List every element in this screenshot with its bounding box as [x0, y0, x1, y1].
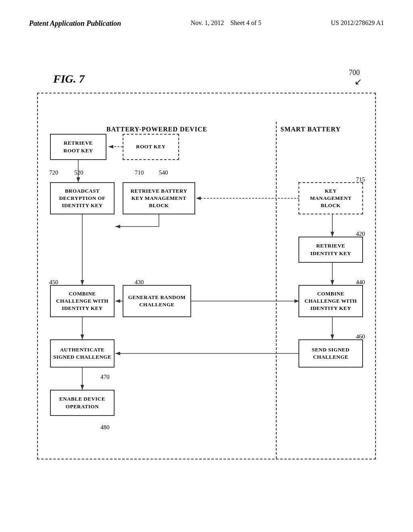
section-smart-battery: SMART BATTERY	[258, 126, 363, 133]
header-center: Nov. 1, 2012 Sheet 4 of 5	[191, 19, 261, 27]
vertical-divider	[276, 122, 277, 459]
ref-450: 450	[49, 279, 58, 286]
combine-challenge-right-box: COMBINE CHALLENGE WITH IDENTITY KEY	[298, 285, 363, 317]
fig-label: FIG. 7	[53, 73, 85, 85]
broadcast-decryption-box: BROADCAST DECRYPTION OF IDENTITY KEY	[50, 182, 115, 214]
root-key-box: ROOT KEY	[123, 134, 179, 160]
ref-420: 420	[356, 231, 365, 237]
date-label: Nov. 1, 2012	[191, 19, 224, 26]
ref-460: 460	[356, 333, 365, 340]
retrieve-battery-key-box: RETRIEVE BATTERY KEY MANAGEMENT BLOCK	[123, 182, 195, 214]
patent-number: US 2012/278629 A1	[331, 19, 384, 27]
ref-710: 710	[135, 169, 144, 176]
key-management-block-box: KEY MANAGEMENT BLOCK	[298, 182, 363, 214]
publication-label: Patent Application Publication	[29, 19, 121, 28]
ref-700-arrow: ↙	[355, 77, 362, 87]
enable-device-box: ENABLE DEVICE OPERATION	[50, 390, 115, 416]
sheet-label: Sheet 4 of 5	[230, 19, 261, 26]
ref-700: 700	[349, 69, 360, 77]
ref-715: 715	[356, 176, 365, 183]
ref-430: 430	[135, 279, 144, 286]
section-battery-powered: BATTERY-POWERED DEVICE	[50, 126, 264, 133]
page-header: Patent Application Publication Nov. 1, 2…	[0, 0, 413, 28]
ref-470: 470	[100, 374, 110, 380]
generate-random-box: GENERATE RANDOM CHALLENGE	[123, 285, 191, 317]
combine-challenge-left-box: COMBINE CHALLENGE WITH IDENTITY KEY	[50, 285, 115, 317]
authenticate-signed-box: AUTHENTICATE SIGNED CHALLENGE	[50, 339, 115, 368]
send-signed-box: SEND SIGNED CHALLENGE	[298, 339, 363, 368]
diagram-area: FIG. 7 700 ↙ BATTERY-POWERED DEVICE SMAR…	[29, 64, 384, 459]
retrieve-root-key-box: RETRIEVE ROOT KEY	[50, 134, 106, 160]
retrieve-identity-key-box: RETRIEVE IDENTITY KEY	[298, 237, 363, 263]
ref-480: 480	[100, 424, 110, 431]
ref-520: 520	[74, 169, 83, 176]
ref-440: 440	[356, 279, 365, 286]
ref-720: 720	[49, 169, 58, 176]
ref-540: 540	[159, 169, 168, 176]
outer-boundary: BATTERY-POWERED DEVICE SMART BATTERY RET…	[37, 93, 376, 459]
